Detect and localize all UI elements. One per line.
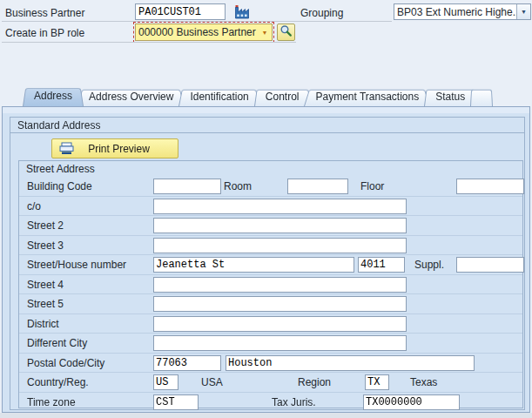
bp-role-dropdown-value: 000000 Business Partner (G... [136,26,258,38]
room-input[interactable] [287,179,348,194]
street4-input[interactable] [153,277,407,293]
tab-address[interactable]: Address [23,86,84,106]
tab-address-overview[interactable]: Address Overview [77,88,185,106]
form-row-street-house: Street/House number Suppl. [19,255,522,275]
bp-role-search-button[interactable] [277,24,295,41]
suppl-input[interactable] [456,257,524,273]
tab-strip: Address Address Overview Identification … [23,86,487,106]
building-code-label: Building Code [27,180,92,192]
print-preview-label: Print Preview [83,143,178,155]
building-code-input[interactable] [153,179,221,194]
house-number-input[interactable] [358,257,405,273]
country-code-input[interactable] [153,374,178,390]
standard-address-groupbox: Standard Address Print Preview Street Ad… [10,117,525,410]
street-address-title: Street Address [19,161,522,177]
district-input[interactable] [153,316,407,332]
separator [2,42,296,43]
tab-payment-transactions[interactable]: Payment Transactions [304,88,430,106]
country-name-text: USA [201,376,223,388]
street2-label: Street 2 [27,219,64,232]
tax-juris-label: Tax Juris. [272,396,316,408]
tax-juris-input[interactable] [363,394,460,410]
tab-partial[interactable] [470,88,493,106]
factory-icon [233,3,251,22]
suppl-label: Suppl. [414,259,444,271]
country-label: Country/Reg. [27,376,89,388]
sap-business-partner-screen: Business Partner Grouping BP03 Ext Numer… [0,0,532,418]
room-label: Room [224,180,252,192]
city-input[interactable] [226,355,475,371]
street4-label: Street 4 [27,279,64,291]
form-row-street3: Street 3 [19,236,522,256]
tab-status[interactable]: Status [424,88,476,106]
window-bottom-edge [0,413,532,418]
street-input[interactable] [153,257,354,273]
form-row-postal-city: Postal Code/City [19,354,522,374]
region-code-input[interactable] [365,374,389,390]
different-city-label: Different City [27,337,87,349]
grouping-label: Grouping [300,7,343,19]
floor-label: Floor [360,180,384,192]
postal-code-input[interactable] [153,355,221,371]
panel-top-strip [3,107,529,113]
tab-control[interactable]: Control [254,88,311,106]
street-house-label: Street/House number [27,259,126,271]
form-row-building-code: Building Code Room Floor [19,177,522,197]
print-preview-button[interactable]: Print Preview [51,138,178,158]
street3-input[interactable] [153,238,407,253]
form-row-street4: Street 4 [19,275,522,295]
postal-city-label: Postal Code/City [27,357,104,369]
form-row-timezone-taxjuris: Time zone Tax Juris. [19,393,522,413]
form-row-district: District [19,314,522,334]
separator [2,21,392,22]
chevron-down-icon[interactable]: ▼ [258,24,272,40]
tab-identification[interactable]: Identification [178,88,259,106]
street3-label: Street 3 [27,239,64,252]
street5-input[interactable] [153,296,407,312]
grouping-dropdown-value: BP03 Ext Numeric Highe... [394,6,516,18]
street-address-groupbox: Street Address Building Code Room Floor … [18,160,523,408]
printer-icon [59,142,74,155]
street2-input[interactable] [153,218,407,233]
co-label: c/o [27,200,41,212]
magnifier-icon [279,24,293,40]
floor-input[interactable] [456,179,524,194]
different-city-input[interactable] [153,335,407,351]
region-label: Region [298,376,331,388]
form-row-co: c/o [19,197,522,217]
form-row-street5: Street 5 [19,294,522,314]
bp-role-label: Create in BP role [5,27,84,39]
chevron-down-icon[interactable]: ▼ [516,4,530,19]
business-partner-input[interactable] [135,3,226,20]
time-zone-label: Time zone [27,396,76,408]
region-name-text: Texas [410,376,437,388]
standard-address-title: Standard Address [10,118,524,133]
time-zone-input[interactable] [153,394,199,410]
district-label: District [27,318,59,330]
form-row-different-city: Different City [19,334,522,354]
grouping-dropdown[interactable]: BP03 Ext Numeric Highe... ▼ [394,3,531,20]
co-input[interactable] [153,199,407,214]
street5-label: Street 5 [27,298,64,310]
bp-role-dropdown[interactable]: 000000 Business Partner (G... ▼ [135,24,273,41]
business-partner-label: Business Partner [5,7,84,19]
form-row-country-region: Country/Reg. USA Region Texas [19,373,522,393]
form-row-street2: Street 2 [19,216,522,236]
address-tab-panel: Standard Address Print Preview Street Ad… [2,106,530,413]
